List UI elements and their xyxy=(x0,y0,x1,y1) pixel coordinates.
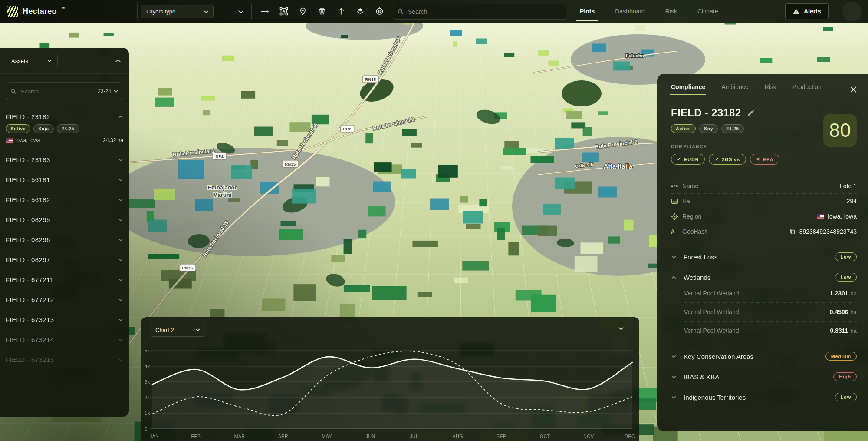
field-item-header[interactable]: FIELD - 08297 xyxy=(6,256,123,263)
field-list-item[interactable]: FIELD - 08297 xyxy=(6,249,123,269)
chevron-down-icon[interactable] xyxy=(118,237,123,242)
section-row-indigenous-territories[interactable]: Indigenous TerritoriesLow xyxy=(671,393,857,401)
chevron-down-icon[interactable] xyxy=(118,297,123,302)
brand-logo: Hectareo ™ xyxy=(7,0,66,23)
toolbar-button-text-annotation[interactable]: A xyxy=(279,6,289,17)
field-item-header[interactable]: FIELD - 56182 xyxy=(6,196,123,203)
chart-collapse-chevron[interactable] xyxy=(615,325,627,332)
section-row-forest-loss[interactable]: Forest LossLow xyxy=(671,252,857,261)
season-select[interactable]: 23-24 xyxy=(93,88,118,94)
toolbar-button-location-pin[interactable] xyxy=(298,6,308,17)
edit-field-button[interactable] xyxy=(746,108,756,118)
toolbar-button-trash[interactable] xyxy=(317,6,327,17)
tab-risk[interactable]: Risk xyxy=(765,83,776,95)
chevron-down-icon[interactable] xyxy=(118,197,123,202)
tab-compliance[interactable]: Compliance xyxy=(671,83,705,95)
close-panel-button[interactable] xyxy=(848,84,858,95)
field-list-item[interactable]: FIELD - 673215 xyxy=(6,349,123,369)
chevron-down-icon[interactable] xyxy=(118,357,123,362)
field-item-badges: ActiveSoja24-25 xyxy=(6,124,123,133)
layers-type-select[interactable]: Layers type xyxy=(141,5,214,18)
field-list-item[interactable]: FIELD - 673213 xyxy=(6,309,123,329)
field-item-header[interactable]: FIELD - 56181 xyxy=(6,176,123,183)
chevron-down-icon[interactable] xyxy=(118,317,123,322)
chevron-down-icon[interactable] xyxy=(118,217,123,222)
nav-item-risk[interactable]: Risk xyxy=(665,0,677,23)
section-row-ibas-kba[interactable]: IBAS & KBAHigh xyxy=(671,372,857,381)
toolbar-button-rotate-3d[interactable]: 3D xyxy=(374,6,385,17)
tab-production[interactable]: Production xyxy=(792,83,822,95)
wetland-name: Vernal Pool Wetland xyxy=(684,290,739,297)
toolbar-button-measure-line[interactable] xyxy=(260,6,270,17)
svg-text:RN35: RN35 xyxy=(285,162,296,166)
nav-item-dashboard[interactable]: Dashboard xyxy=(615,0,645,23)
field-list-item[interactable]: FIELD - 673214 xyxy=(6,329,123,349)
field-item-header[interactable]: FIELD - 673215 xyxy=(6,356,123,363)
svg-text:RN35: RN35 xyxy=(182,266,193,270)
layers-collapse-chevron[interactable] xyxy=(237,7,245,16)
us-flag-icon xyxy=(817,214,824,219)
field-item-header[interactable]: FIELD - 673213 xyxy=(6,316,123,323)
field-item-header[interactable]: FIELD - 08296 xyxy=(6,236,123,243)
field-list-item[interactable]: FIELD - 23183 xyxy=(6,149,123,169)
field-item-label: FIELD - 08295 xyxy=(6,216,50,223)
toolbar-button-layers[interactable] xyxy=(355,6,365,17)
chevron-down-icon[interactable] xyxy=(118,257,123,262)
chevron-down-icon[interactable] xyxy=(671,354,677,359)
wetland-row: Vernal Pool Wetland1.2301ha xyxy=(684,284,857,303)
field-list-item[interactable]: FIELD - 677211 xyxy=(6,269,123,289)
field-item-label: FIELD - 673213 xyxy=(6,316,54,323)
field-list-item[interactable]: FIELD - 08295 xyxy=(6,209,123,229)
detail-row: RegionIowa, Iowa xyxy=(671,209,857,224)
field-area-value: 24.32 ha xyxy=(103,137,123,143)
chevron-down-icon[interactable] xyxy=(671,254,677,260)
section-row-wetlands[interactable]: WetlandsLow xyxy=(671,273,857,282)
field-item-header[interactable]: FIELD - 673214 xyxy=(6,336,123,343)
tab-ambience[interactable]: Ambience xyxy=(721,83,748,95)
field-list-item[interactable]: FIELD - 677212 xyxy=(6,289,123,309)
chevron-down-icon[interactable] xyxy=(118,177,123,182)
field-item-header[interactable]: FIELD - 677211 xyxy=(6,276,123,283)
chart-select[interactable]: Chart 2 xyxy=(150,323,205,337)
svg-text:Falucho: Falucho xyxy=(626,53,644,58)
svg-text:0: 0 xyxy=(145,426,147,431)
alerts-button[interactable]: Alerts xyxy=(785,3,829,19)
field-list-item[interactable]: FIELD - 56181 xyxy=(6,169,123,189)
chevron-down-icon[interactable] xyxy=(118,157,123,162)
wetland-name: Vernal Pool Wetland xyxy=(684,308,739,315)
field-item-header[interactable]: FIELD - 677212 xyxy=(6,296,123,303)
user-avatar[interactable] xyxy=(842,2,862,21)
copy-icon[interactable] xyxy=(789,228,796,235)
field-item-header[interactable]: FIELD - 08295 xyxy=(6,216,123,223)
layers-type-label: Layers type xyxy=(146,8,175,15)
sidebar-collapse-chevron[interactable] xyxy=(113,56,123,66)
field-list-item[interactable]: FIELD - 56182 xyxy=(6,189,123,209)
field-list-item[interactable]: FIELD - 08296 xyxy=(6,229,123,249)
detail-row: ABCNameLote 1 xyxy=(671,179,857,194)
global-search-input[interactable] xyxy=(407,8,562,16)
chevron-down-icon[interactable] xyxy=(118,337,123,342)
hectareo-logo-icon xyxy=(7,6,18,17)
section-row-key-conservation-areas[interactable]: Key Conservation AreasMedium xyxy=(671,352,857,361)
field-item-header[interactable]: FIELD - 23183 xyxy=(6,156,123,163)
assets-search-input[interactable] xyxy=(20,88,89,95)
section-label: Wetlands xyxy=(684,274,710,281)
chevron-up-icon[interactable] xyxy=(118,114,123,119)
chevron-down-icon[interactable] xyxy=(671,374,677,380)
field-list-item[interactable]: FIELD - 23182ActiveSoja24-25Iowa, Iowa24… xyxy=(6,106,123,149)
wetland-value: 0.4506ha xyxy=(830,308,857,315)
chevron-up-icon[interactable] xyxy=(671,275,677,280)
svg-text:3D: 3D xyxy=(378,10,382,13)
field-item-label: FIELD - 23182 xyxy=(6,113,50,120)
chevron-down-icon[interactable] xyxy=(118,277,123,282)
field-item-header[interactable]: FIELD - 23182 xyxy=(6,113,123,120)
nav-item-climate[interactable]: Climate xyxy=(697,0,718,23)
nav-item-plots[interactable]: Plots xyxy=(580,0,595,23)
detail-row: Ha294 xyxy=(671,194,857,209)
toolbar-button-arrow-up[interactable] xyxy=(336,6,346,17)
detail-label: Ha xyxy=(682,198,690,205)
field-item-location: Iowa, Iowa24.32 ha xyxy=(6,137,123,143)
assets-select[interactable]: Assets xyxy=(6,54,58,68)
chevron-down-icon[interactable] xyxy=(671,395,677,400)
field-details: ABCNameLote 1Ha294RegionIowa, Iowa#GeoHa… xyxy=(671,179,857,239)
